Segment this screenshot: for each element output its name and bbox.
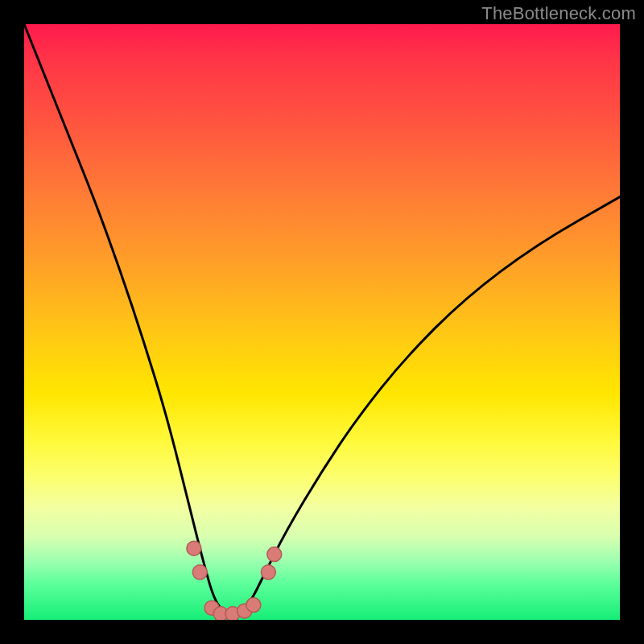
marker-left-shoulder-top [187,541,201,555]
marker-right-shoulder-top [267,547,282,562]
chart-frame: TheBottleneck.com [0,0,644,644]
watermark-text: TheBottleneck.com [481,3,636,24]
plot-area [24,24,620,620]
marker-valley-right [246,598,261,613]
chart-svg [24,24,620,620]
marker-left-shoulder-mid [192,565,207,580]
marker-right-shoulder-mid [261,565,275,580]
bottleneck-curve [24,24,620,614]
